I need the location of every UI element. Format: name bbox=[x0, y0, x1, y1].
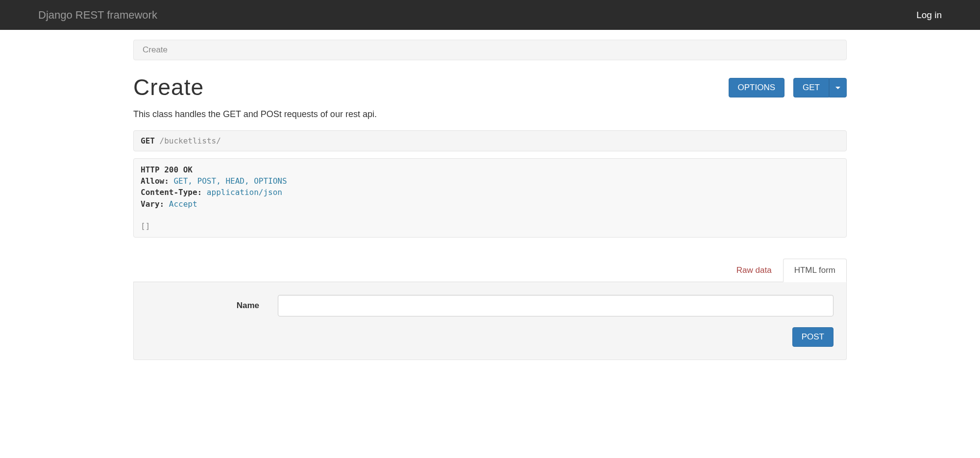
form-actions: POST bbox=[147, 327, 833, 347]
response-header-value: application/json bbox=[207, 188, 282, 197]
name-label: Name bbox=[147, 301, 259, 311]
form-tabs: Raw data HTML form bbox=[133, 258, 847, 282]
get-dropdown-toggle[interactable] bbox=[829, 78, 847, 97]
tab-html-form[interactable]: HTML form bbox=[783, 259, 847, 282]
response-body: [] bbox=[141, 220, 839, 232]
options-button[interactable]: OPTIONS bbox=[729, 78, 785, 97]
login-link[interactable]: Log in bbox=[916, 10, 942, 21]
request-info: GET /bucketlists/ bbox=[133, 130, 847, 151]
chevron-down-icon bbox=[835, 87, 840, 89]
response-header-value: Accept bbox=[169, 199, 197, 209]
action-button-group: OPTIONS GET bbox=[729, 78, 847, 97]
response-header-value: GET, POST, HEAD, OPTIONS bbox=[173, 176, 287, 186]
request-path: /bucketlists/ bbox=[160, 136, 221, 145]
breadcrumb: Create bbox=[133, 40, 847, 60]
response-status: HTTP 200 OK bbox=[141, 165, 193, 174]
view-description: This class handles the GET and POSt requ… bbox=[133, 109, 847, 120]
post-button[interactable]: POST bbox=[792, 327, 833, 347]
name-input[interactable] bbox=[278, 295, 833, 316]
page-header: Create OPTIONS GET bbox=[133, 74, 847, 100]
response-header-key: Vary: bbox=[141, 199, 169, 209]
response-header-key: Allow: bbox=[141, 176, 173, 186]
page-title: Create bbox=[133, 74, 204, 100]
request-method: GET bbox=[141, 136, 155, 145]
brand-title[interactable]: Django REST framework bbox=[38, 9, 157, 22]
breadcrumb-current[interactable]: Create bbox=[143, 45, 168, 54]
response-info: HTTP 200 OK Allow: GET, POST, HEAD, OPTI… bbox=[133, 158, 847, 238]
tab-raw-data[interactable]: Raw data bbox=[725, 259, 783, 282]
get-button[interactable]: GET bbox=[793, 78, 829, 97]
response-header-key: Content-Type: bbox=[141, 188, 207, 197]
get-button-group: GET bbox=[793, 78, 847, 97]
navbar: Django REST framework Log in bbox=[0, 0, 980, 30]
form-row-name: Name bbox=[147, 295, 833, 316]
form-panel: Name POST bbox=[133, 282, 847, 360]
